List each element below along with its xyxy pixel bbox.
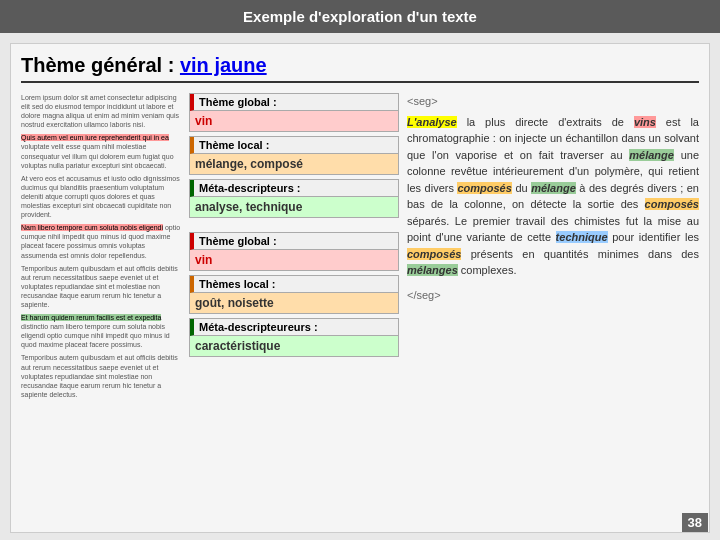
doc-text-1: Lorem ipsum dolor sit amet consectetur a… (21, 93, 181, 129)
text-composes-3: composés (407, 248, 461, 260)
meta-desc-box-1: Méta-descripteurs : analyse, technique (189, 179, 399, 218)
doc-text-2: Quis autem vel eum iure reprehenderit qu… (21, 133, 181, 169)
text-1: la plus directe d'extraits de (467, 116, 634, 128)
seg-close-tag: </seg> (407, 287, 699, 304)
text-analyse: L'analyse (407, 116, 457, 128)
text-composes-1: composés (457, 182, 511, 194)
meta-desc-value-1: analyse, technique (190, 197, 398, 217)
theme-general-title: Thème général : vin jaune (21, 54, 699, 83)
text-melanges: mélanges (407, 264, 458, 276)
doc-text-5: Temporibus autem quibusdam et aut offici… (21, 264, 181, 309)
theme-global-header-1: Thème global : (190, 94, 398, 111)
text-melange-2: mélange (531, 182, 576, 194)
meta-desc-box-2: Méta-descripteureurs : caractéristique (189, 318, 399, 357)
text-8: présents en quantités minimes dans des (471, 248, 699, 260)
doc-text-7: Temporibus autem quibusdam et aut offici… (21, 353, 181, 398)
theme-global-value-2: vin (190, 250, 398, 270)
page-number: 38 (682, 513, 708, 532)
theme-global-box-1: Thème global : vin (189, 93, 399, 132)
theme-local-value-2: goût, noisette (190, 293, 398, 313)
meta-desc-header-2: Méta-descripteureurs : (190, 319, 398, 336)
theme-local-header-1: Thème local : (190, 137, 398, 154)
theme-global-header-2: Thème global : (190, 233, 398, 250)
header-bar: Exemple d'exploration d'un texte (0, 0, 720, 33)
theme-local-box-2: Thèmes local : goût, noisette (189, 275, 399, 314)
text-7: pour identifier les (612, 231, 699, 243)
theme-general-value: vin jaune (180, 54, 267, 76)
doc-text-3: At vero eos et accusamus et iusto odio d… (21, 174, 181, 219)
text-4: du (515, 182, 531, 194)
meta-desc-value-2: caractéristique (190, 336, 398, 356)
theme-local-header-2: Thèmes local : (190, 276, 398, 293)
content-area: Lorem ipsum dolor sit amet consectetur a… (21, 93, 699, 511)
theme-global-box-2: Thème global : vin (189, 232, 399, 271)
main-content: Thème général : vin jaune Lorem ipsum do… (10, 43, 710, 533)
theme-general-label: Thème général : (21, 54, 180, 76)
doc-text-6: Et harum quidem rerum facilis est et exp… (21, 313, 181, 349)
doc-text-4: Nam libero tempore cum soluta nobis elig… (21, 223, 181, 259)
theme-local-box-1: Thème local : mélange, composé (189, 136, 399, 175)
text-9: complexes. (461, 264, 517, 276)
seg-open-tag: <seg> (407, 93, 699, 110)
right-text-content: L'analyse la plus directe d'extraits de … (407, 114, 699, 279)
text-melange-1: mélange (629, 149, 674, 161)
left-panel: Lorem ipsum dolor sit amet consectetur a… (21, 93, 181, 511)
theme-global-value-1: vin (190, 111, 398, 131)
middle-panel: Thème global : vin Thème local : mélange… (189, 93, 399, 511)
text-composes-2: composés (645, 198, 699, 210)
meta-desc-header-1: Méta-descripteurs : (190, 180, 398, 197)
header-title: Exemple d'exploration d'un texte (243, 8, 477, 25)
theme-local-value-1: mélange, composé (190, 154, 398, 174)
text-vins: vins (634, 116, 656, 128)
right-panel: <seg> L'analyse la plus directe d'extrai… (407, 93, 699, 511)
text-technique: technique (556, 231, 608, 243)
